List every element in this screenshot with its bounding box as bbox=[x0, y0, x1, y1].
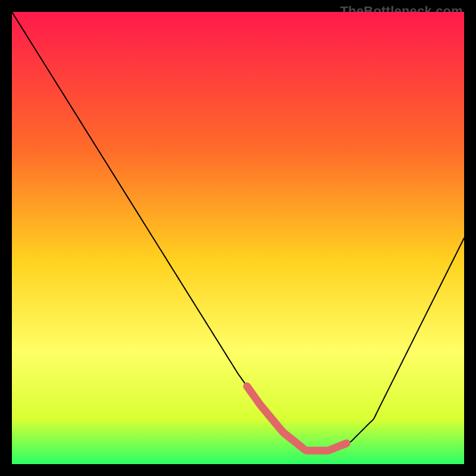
gradient-bg bbox=[12, 12, 464, 464]
chart-container: TheBottleneck.com bbox=[0, 0, 476, 476]
plot-area bbox=[12, 12, 464, 464]
chart-svg bbox=[12, 12, 464, 464]
